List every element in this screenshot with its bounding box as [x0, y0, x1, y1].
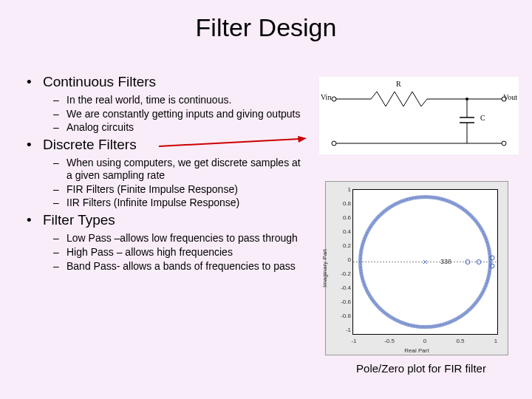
- xtick: -1: [351, 338, 356, 344]
- xtick: -0.5: [384, 338, 395, 344]
- plot-xlabel: Real Part: [326, 347, 508, 354]
- ytick: -0.6: [329, 299, 351, 305]
- pole-zero-plot: Imaginary Part 338 1 0.8: [325, 181, 508, 355]
- ytick: -1: [329, 327, 351, 333]
- ytick: 0.8: [329, 200, 351, 207]
- bullet-item: Analog circuits: [50, 121, 307, 134]
- svg-text:338: 338: [440, 258, 451, 265]
- label-c: C: [480, 114, 485, 122]
- ytick: 1: [329, 186, 351, 193]
- section-continuous: Continuous Filters In the real world, ti…: [27, 74, 307, 134]
- xtick: 0: [423, 338, 426, 344]
- bullet-item: We are constantly getting inputs and giv…: [50, 108, 307, 120]
- bullet-item: Low Pass –allows low frequencies to pass…: [50, 232, 307, 245]
- plot-area: 338: [352, 189, 498, 335]
- bullet-item: High Pass – allows high frequencies: [50, 246, 307, 259]
- label-vin: Vin: [321, 93, 331, 101]
- bullet-item: Band Pass- allows a bands of frequencies…: [50, 260, 307, 273]
- ytick: 0: [329, 256, 351, 263]
- circuit-diagram: Vin Vout R C: [319, 77, 519, 154]
- xtick: 0.5: [456, 338, 464, 344]
- bullet-item: When using computers, we get discrete sa…: [50, 157, 307, 182]
- xtick: 1: [494, 338, 497, 344]
- section-heading: Discrete Filters: [43, 137, 137, 152]
- section-filter-types: Filter Types Low Pass –allows low freque…: [27, 212, 307, 272]
- label-vout: Vout: [503, 93, 517, 101]
- ytick: 0.6: [329, 214, 351, 221]
- section-heading: Filter Types: [43, 212, 115, 228]
- ytick: -0.4: [329, 284, 351, 291]
- ytick: 0.4: [329, 228, 351, 235]
- plot-caption: Pole/Zero plot for FIR filter: [325, 362, 517, 375]
- ytick: 0.2: [329, 242, 351, 249]
- section-heading: Continuous Filters: [43, 74, 156, 89]
- svg-point-10: [332, 97, 336, 101]
- content-body: Continuous Filters In the real world, ti…: [27, 74, 307, 275]
- bullet-item: In the real world, time is continuous.: [50, 94, 307, 106]
- svg-point-13: [502, 141, 506, 146]
- page-title: Filter Design: [0, 13, 532, 42]
- bullet-item: IIR Filters (Infinite Impulse Response): [50, 197, 307, 209]
- slide: Filter Design Continuous Filters In the …: [0, 0, 532, 399]
- bullet-item: FIR Filters (Finite Impulse Response): [50, 183, 307, 196]
- ytick: -0.2: [329, 270, 351, 277]
- ytick: -0.8: [329, 313, 351, 319]
- section-discrete: Discrete Filters When using computers, w…: [27, 137, 307, 209]
- label-r: R: [396, 80, 401, 88]
- plot-ylabel: Imaginary Part: [321, 249, 328, 287]
- svg-point-11: [332, 141, 336, 146]
